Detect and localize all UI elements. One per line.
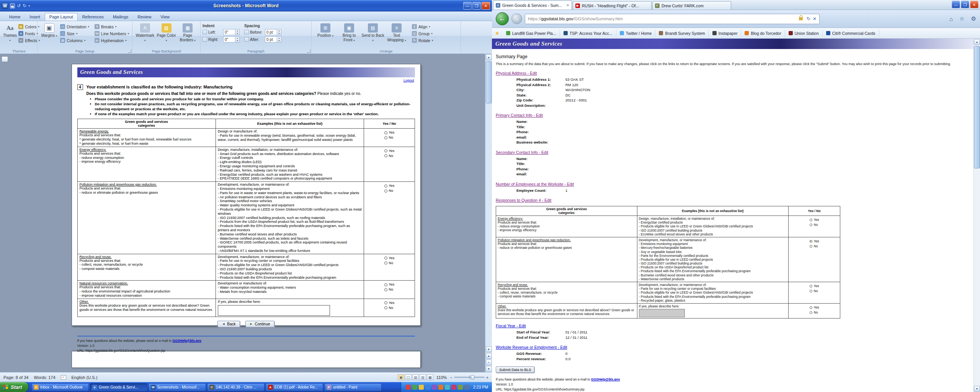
start-button[interactable]: Start bbox=[0, 382, 28, 392]
favorite-item[interactable]: Brandt Survey System bbox=[655, 29, 709, 37]
tray-icon[interactable] bbox=[451, 385, 456, 390]
no-radio[interactable] bbox=[384, 189, 387, 193]
ribbon-tab[interactable]: Page Layout bbox=[45, 13, 78, 21]
describe-input[interactable] bbox=[639, 309, 685, 317]
draft-view-icon[interactable]: ▦ bbox=[427, 374, 433, 380]
page-setup-menu-button[interactable]: ▭ Orientation▾ bbox=[59, 24, 90, 29]
yes-radio[interactable] bbox=[384, 256, 387, 260]
spellcheck-icon[interactable]: ✓ bbox=[61, 375, 66, 380]
arrange-button[interactable]: ⊞ Position ▾ bbox=[314, 23, 337, 43]
address-bar[interactable]: https://ggsdatat.bls.gov/GGS/showSummary… bbox=[525, 14, 820, 24]
taskbar-item[interactable]: P untitled - Paint bbox=[324, 383, 382, 391]
scrollbar-thumb[interactable] bbox=[486, 61, 492, 103]
zoom-in-icon[interactable]: + bbox=[486, 375, 488, 380]
stop-icon[interactable]: ✕ bbox=[813, 16, 817, 21]
favorite-item[interactable]: Twitter / Home bbox=[616, 29, 656, 37]
section-link-secondary-contact[interactable]: Secondary Contact Info - Edit bbox=[496, 150, 548, 155]
document-scrollbar[interactable]: ▲ ▼ ▲ • ▼ bbox=[485, 54, 492, 372]
favorite-item[interactable]: Union Station bbox=[785, 29, 823, 37]
ribbon-tab[interactable]: References bbox=[78, 13, 108, 21]
section-link-responses[interactable]: Responses to Question 4 - Edit bbox=[496, 198, 551, 203]
dialog-launcher-icon[interactable] bbox=[128, 49, 131, 53]
tray-icon[interactable] bbox=[406, 385, 411, 390]
no-radio[interactable] bbox=[810, 311, 812, 314]
clock[interactable]: 2:23 PM bbox=[473, 385, 488, 389]
close-button[interactable]: ✕ bbox=[482, 2, 490, 10]
stepper-icons[interactable]: ▴▾ bbox=[235, 37, 239, 42]
arrange-button[interactable]: ▣ Bring to Front ▾ bbox=[337, 23, 361, 43]
browser-tab[interactable]: F Drew Curtis' FARK.com bbox=[652, 1, 731, 10]
scroll-up-icon[interactable]: ▲ bbox=[486, 54, 492, 60]
help-email-link[interactable]: GGSHelp@bls.gov bbox=[173, 339, 201, 343]
zoom-slider-thumb[interactable] bbox=[471, 375, 474, 379]
indent-right-input[interactable]: 0" ▴▾ bbox=[223, 36, 240, 42]
arrange-button[interactable]: ▤ Send to Back ▾ bbox=[361, 23, 385, 43]
stepper-icons[interactable]: ▴▾ bbox=[277, 29, 281, 35]
restore-button[interactable]: ❐ bbox=[472, 2, 481, 10]
indent-left-input[interactable]: 0" ▴▾ bbox=[223, 29, 240, 35]
scroll-down-icon[interactable]: ▼ bbox=[974, 386, 980, 392]
favorite-item[interactable]: TSP: Access Your Acc... bbox=[560, 29, 616, 37]
page-setup-menu-button[interactable]: □ Size▾ bbox=[59, 31, 90, 36]
back-button[interactable]: ◄ Back bbox=[217, 321, 240, 327]
qat-dropdown-icon[interactable]: ▾ bbox=[28, 4, 30, 8]
language-indicator[interactable]: English (U.S.) bbox=[72, 375, 98, 380]
favorites-star-icon[interactable]: ☆ bbox=[959, 15, 964, 22]
dialog-launcher-icon[interactable] bbox=[307, 49, 310, 53]
ribbon-tab[interactable]: View bbox=[156, 13, 174, 21]
no-radio[interactable] bbox=[384, 261, 387, 265]
zoom-out-icon[interactable]: − bbox=[450, 375, 452, 380]
tray-icon[interactable] bbox=[425, 385, 430, 390]
submit-button[interactable]: Submit Data to BLS bbox=[496, 366, 534, 373]
arrange-button[interactable]: ≡ Text Wrapping ▾ bbox=[385, 23, 408, 43]
word-count[interactable]: Words: 174 bbox=[34, 375, 55, 380]
no-radio[interactable] bbox=[810, 290, 812, 292]
word-titlebar[interactable]: W ↺ ↻ ▾ Screenshots - Microsoft Word — ❐… bbox=[0, 0, 492, 11]
yes-radio[interactable] bbox=[384, 283, 387, 286]
margins-button[interactable]: ▣ Margins ▾ bbox=[39, 23, 59, 39]
page-background-button[interactable]: ▨ Page Color ▾ bbox=[156, 23, 177, 43]
undo-icon[interactable]: ↺ bbox=[17, 3, 21, 8]
tray-icon[interactable] bbox=[438, 385, 443, 390]
zoom-slider[interactable]: − + bbox=[450, 375, 488, 380]
favorite-item[interactable]: Blog do Torcedor bbox=[741, 29, 785, 37]
spacing-before-input[interactable]: 0 pt ▴▾ bbox=[265, 29, 281, 35]
no-radio[interactable] bbox=[810, 224, 812, 226]
no-radio[interactable] bbox=[384, 136, 387, 139]
taskbar-item[interactable]: A EOB (1).pdf - Adobe Re... bbox=[266, 383, 323, 391]
scroll-down-icon[interactable]: ▼ bbox=[486, 346, 492, 352]
arrange-menu-button[interactable]: ↻ Rotate▾ bbox=[411, 38, 434, 43]
tray-icon[interactable] bbox=[419, 385, 424, 390]
no-radio[interactable] bbox=[810, 245, 812, 248]
ribbon-tab[interactable]: Insert bbox=[25, 13, 45, 21]
home-icon[interactable]: ⌂ bbox=[949, 16, 953, 22]
web-layout-view-icon[interactable]: ▤ bbox=[412, 374, 419, 380]
section-link-physical-address[interactable]: Physical Address - Edit bbox=[496, 71, 537, 75]
yes-radio[interactable] bbox=[384, 149, 387, 152]
logout-link[interactable]: Logout bbox=[403, 78, 414, 82]
zoom-level[interactable]: 110% bbox=[436, 375, 447, 380]
spacing-after-input[interactable]: 0 pt ▴▾ bbox=[265, 36, 281, 42]
tab-close-icon[interactable]: ✕ bbox=[566, 3, 569, 7]
describe-input[interactable] bbox=[218, 305, 330, 316]
favorite-item[interactable]: Citi® Commercial Cards bbox=[823, 29, 879, 37]
back-button[interactable]: ← bbox=[496, 12, 509, 25]
forward-button[interactable]: → bbox=[511, 13, 522, 24]
favorite-item[interactable]: Landfill Gas Power Pla... bbox=[503, 29, 560, 37]
add-favorite-icon[interactable]: ★ bbox=[495, 30, 500, 36]
page-background-button[interactable]: A Watermark ▾ bbox=[134, 23, 156, 43]
taskbar-item[interactable]: O Inbox - Microsoft Outlook bbox=[31, 383, 89, 391]
page-setup-menu-button[interactable]: ¶ Breaks▾ bbox=[93, 24, 130, 29]
page-setup-menu-button[interactable]: ▥ Columns▾ bbox=[59, 38, 90, 43]
section-link-fiscal-year[interactable]: Fiscal Year - Edit bbox=[496, 323, 526, 328]
ribbon-tab[interactable]: Review bbox=[133, 13, 156, 21]
help-email-link[interactable]: GGSHelp@bls.gov bbox=[591, 377, 620, 381]
taskbar-item[interactable]: C 146.142.40.39 - Citrix ... bbox=[207, 383, 265, 391]
themes-button[interactable]: Aa Themes ▾ bbox=[3, 23, 17, 43]
tools-gear-icon[interactable]: ⚙ bbox=[971, 15, 976, 22]
print-layout-view-icon[interactable]: ▣ bbox=[398, 374, 404, 380]
favorite-item[interactable]: Instapaper bbox=[709, 29, 742, 37]
page-indicator[interactable]: Page: 8 of 34 bbox=[3, 375, 28, 380]
scrollbar-thumb[interactable] bbox=[974, 46, 980, 168]
arrange-menu-button[interactable]: ◫ Group▾ bbox=[411, 31, 434, 36]
